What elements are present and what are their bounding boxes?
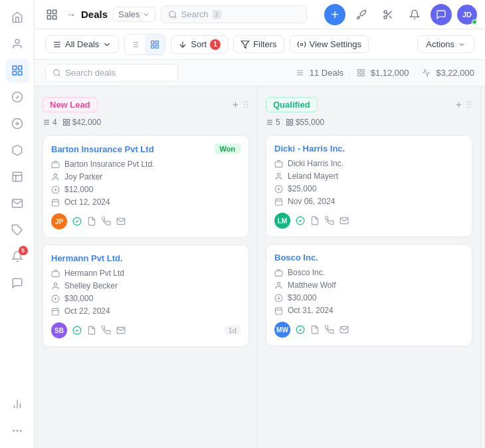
svg-rect-54 xyxy=(361,74,364,76)
time-badge-hermann: 1d xyxy=(225,326,241,335)
add-button[interactable]: + xyxy=(324,4,345,25)
user-avatar[interactable]: JD xyxy=(457,5,477,25)
sidebar-item-more[interactable] xyxy=(5,419,29,443)
svg-rect-21 xyxy=(47,15,50,19)
card-dicki[interactable]: Dicki - Harris Inc. Dicki Harris Inc. Le… xyxy=(266,135,472,237)
svg-rect-88 xyxy=(290,123,293,126)
svg-rect-77 xyxy=(52,308,59,315)
svg-rect-39 xyxy=(151,41,154,43)
nav-actions: + JD xyxy=(324,4,477,25)
kanban-view-btn[interactable] xyxy=(145,35,165,55)
file-icon-dicki[interactable] xyxy=(310,216,320,225)
mail-icon-dicki[interactable] xyxy=(340,216,349,225)
file-icon-hermann[interactable] xyxy=(87,326,96,335)
col-add-qualified[interactable]: + xyxy=(456,99,462,111)
chat-icon-btn[interactable] xyxy=(431,4,452,25)
phone-icon-hermann[interactable] xyxy=(102,326,111,335)
col-amount-qualified: $55,000 xyxy=(286,118,324,127)
filters-button[interactable]: Filters xyxy=(233,35,284,53)
file-icon-barton[interactable] xyxy=(87,217,96,226)
svg-point-17 xyxy=(20,430,21,431)
check-icon-hermann[interactable] xyxy=(72,326,82,335)
sidebar-item-contacts[interactable] xyxy=(5,32,29,56)
svg-rect-86 xyxy=(290,120,293,122)
card-contact-bosco: Matthew Wolf xyxy=(274,280,464,290)
card-barton[interactable]: Barton Insurance Pvt Ltd Won Barton Insu… xyxy=(43,135,249,238)
svg-point-100 xyxy=(277,282,280,284)
mail-icon-barton[interactable] xyxy=(116,217,126,226)
card-contact-barton: Joy Parker xyxy=(51,172,241,181)
card-title-dicki: Dicki - Harris Inc. xyxy=(274,144,345,154)
sidebar-item-finance[interactable] xyxy=(5,112,29,136)
sidebar-item-notifications[interactable]: 5 xyxy=(5,245,29,269)
nav-sales-dropdown[interactable]: Sales xyxy=(113,7,155,22)
sidebar-item-analytics[interactable] xyxy=(5,392,29,416)
sidebar: 5 xyxy=(0,0,35,448)
column-new-lead: New Lead + ⠿ 4 $42,000 xyxy=(35,86,258,448)
all-deals-button[interactable]: All Deals xyxy=(45,35,119,53)
actions-button[interactable]: Actions xyxy=(417,35,474,53)
col-count-new-lead: 4 xyxy=(43,118,57,127)
svg-rect-52 xyxy=(361,70,364,72)
col-drag-qualified[interactable]: ⠿ xyxy=(466,100,472,110)
search-deals-input[interactable]: Search deals xyxy=(45,64,178,82)
nav-search-box[interactable]: Search / xyxy=(161,5,307,23)
scissors-icon-btn[interactable] xyxy=(377,4,399,25)
sidebar-item-home[interactable] xyxy=(5,5,29,29)
nav-sales-label: Sales xyxy=(118,9,140,19)
deals-info: 11 Deals · $1,12,000 · $3,22,000 xyxy=(296,68,474,78)
card-title-row-barton: Barton Insurance Pvt Ltd Won xyxy=(51,144,241,154)
phone-icon-barton[interactable] xyxy=(102,217,111,226)
nav-title: Deals xyxy=(81,9,108,20)
column-proposal: Proposal P + ⠿ 3 $ xyxy=(481,86,485,448)
card-date-bosco: Oct 31, 2024 xyxy=(274,306,464,315)
deals-total-2: $3,22,000 xyxy=(436,68,474,78)
check-icon-barton[interactable] xyxy=(72,217,82,226)
view-toggle xyxy=(124,34,165,55)
card-hermann[interactable]: Hermann Pvt Ltd. Hermann Pvt Ltd Shelley… xyxy=(43,245,249,347)
rocket-icon-btn[interactable] xyxy=(351,4,372,25)
sidebar-item-tasks[interactable] xyxy=(5,85,29,109)
svg-rect-20 xyxy=(53,10,56,13)
col-drag-new-lead[interactable]: ⠿ xyxy=(242,100,249,110)
svg-rect-4 xyxy=(18,72,21,75)
svg-rect-2 xyxy=(18,66,21,69)
svg-rect-87 xyxy=(286,123,289,126)
bell-icon-btn[interactable] xyxy=(404,4,425,25)
mail-icon-bosco[interactable] xyxy=(340,325,349,334)
view-settings-button[interactable]: View Settings xyxy=(290,35,369,53)
nav-icon-grid[interactable] xyxy=(43,5,61,24)
nav-arrow-icon: → xyxy=(66,9,76,20)
svg-rect-53 xyxy=(357,74,360,76)
svg-rect-51 xyxy=(357,70,360,72)
sidebar-item-chat[interactable] xyxy=(5,271,29,295)
sort-button[interactable]: Sort 1 xyxy=(171,35,228,54)
file-icon-bosco[interactable] xyxy=(310,325,320,334)
all-deals-label: All Deals xyxy=(65,39,99,49)
column-qualified: Qualified + ⠿ 5 $55,000 xyxy=(258,86,481,448)
sidebar-item-deals[interactable] xyxy=(5,58,29,82)
info-sep-2: · xyxy=(415,68,417,78)
list-view-btn[interactable] xyxy=(125,35,145,55)
svg-rect-94 xyxy=(276,199,282,205)
svg-point-25 xyxy=(384,11,387,13)
svg-marker-44 xyxy=(241,41,249,48)
svg-rect-62 xyxy=(52,162,59,168)
card-bosco[interactable]: Bosco Inc. Bosco Inc. Matthew Wolf $30,0… xyxy=(266,244,472,346)
sidebar-item-email[interactable] xyxy=(5,191,29,215)
sidebar-item-views[interactable] xyxy=(5,165,29,189)
sidebar-item-tags[interactable] xyxy=(5,218,29,242)
mail-icon-hermann[interactable] xyxy=(116,326,126,335)
col-label-qualified: Qualified xyxy=(266,97,318,112)
slash-badge: / xyxy=(213,10,221,19)
card-avatar-hermann: SB xyxy=(51,322,67,338)
phone-icon-bosco[interactable] xyxy=(325,325,334,334)
card-title-row-hermann: Hermann Pvt Ltd. xyxy=(51,253,241,263)
actions-label: Actions xyxy=(426,39,454,49)
col-add-new-lead[interactable]: + xyxy=(233,99,239,111)
phone-icon-dicki[interactable] xyxy=(325,216,334,225)
card-contact-dicki: Leland Mayert xyxy=(274,171,464,181)
check-icon-dicki[interactable] xyxy=(296,216,305,225)
check-icon-bosco[interactable] xyxy=(296,325,305,334)
sidebar-item-packages[interactable] xyxy=(5,138,29,162)
